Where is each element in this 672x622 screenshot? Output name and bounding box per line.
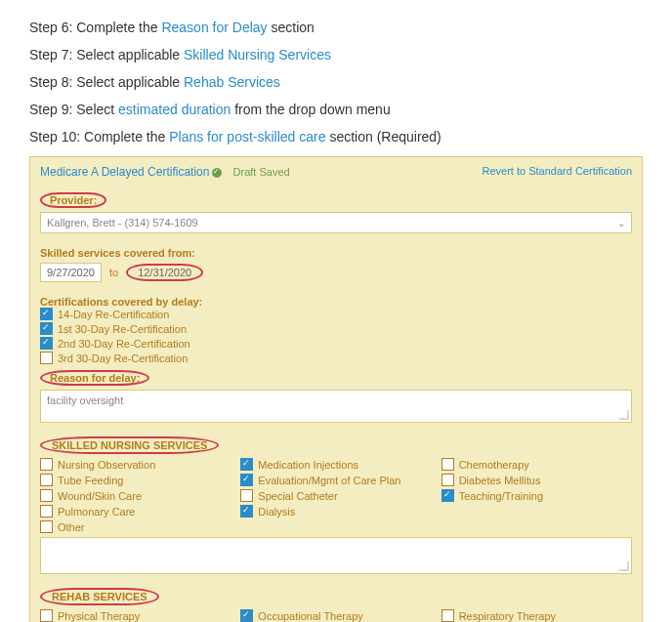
sns-eval-label: Evaluation/Mgmt of Care Plan (258, 475, 400, 486)
sns-diabetes-checkbox[interactable] (441, 474, 454, 486)
rehab-grid: Physical Therapy Occupational Therapy Re… (40, 609, 632, 622)
sns-medication-label: Medication Injections (258, 459, 358, 471)
step-7: Step 7: Select applicable Skilled Nursin… (29, 47, 643, 62)
step-6: Step 6: Complete the Reason for Delay se… (29, 20, 643, 35)
step-6-link: Reason for Delay (161, 20, 267, 35)
sns-teaching-label: Teaching/Training (459, 490, 543, 502)
sns-other-checkbox[interactable] (40, 520, 53, 533)
sns-chemo-label: Chemotherapy (459, 459, 529, 471)
step-7-pre: Step 7: Select applicable (29, 47, 184, 62)
sns-eval-checkbox[interactable] (240, 474, 253, 486)
sns-pulmonary-checkbox[interactable] (40, 505, 53, 518)
cert-1-label: 1st 30-Day Re-Certification (58, 323, 187, 335)
step-10-link: Plans for post-skilled care (169, 129, 325, 145)
sns-catheter-checkbox[interactable] (240, 489, 253, 502)
cert-row-0: 14-Day Re-Certification (40, 308, 632, 320)
cert-1-checkbox[interactable] (40, 322, 53, 335)
cert-2-checkbox[interactable] (40, 337, 53, 350)
form-title: Medicare A Delayed Certification (40, 165, 209, 179)
form-header-row: Medicare A Delayed Certification Draft S… (40, 165, 632, 179)
rehab-ot-label: Occupational Therapy (258, 610, 362, 622)
to-word: to (109, 267, 118, 278)
reason-textarea[interactable]: facility oversight (40, 390, 632, 423)
sns-wound-label: Wound/Skin Care (58, 490, 142, 502)
provider-dropdown[interactable]: Kallgren, Brett - (314) 574-1609 ⌄ (40, 212, 632, 233)
step-8-pre: Step 8: Select applicable (29, 74, 184, 90)
cert-row-2: 2nd 30-Day Re-Certification (40, 337, 632, 350)
provider-label: Provider: (40, 192, 106, 208)
rehab-pt-label: Physical Therapy (58, 610, 140, 622)
step-8: Step 8: Select applicable Rehab Services (29, 74, 643, 90)
sns-pulmonary-label: Pulmonary Care (58, 506, 135, 518)
cert-2-label: 2nd 30-Day Re-Certification (58, 338, 190, 350)
date-from-input[interactable]: 9/27/2020 (40, 263, 102, 282)
sns-nursing-checkbox[interactable] (40, 458, 53, 471)
reason-value: facility oversight (47, 394, 123, 406)
certification-form: Medicare A Delayed Certification Draft S… (29, 156, 643, 622)
step-8-link: Rehab Services (184, 74, 280, 90)
certifications-section: Certifications covered by delay: 14-Day … (40, 296, 632, 364)
resize-grip-icon[interactable] (619, 410, 629, 420)
rehab-resp-label: Respiratory Therapy (459, 610, 556, 622)
sns-tube-label: Tube Feeding (58, 475, 123, 486)
sns-dialysis-checkbox[interactable] (240, 505, 253, 518)
sns-tube-checkbox[interactable] (40, 474, 53, 486)
sns-label: SKILLED NURSING SERVICES (40, 436, 219, 454)
provider-value: Kallgren, Brett - (314) 574-1609 (47, 217, 198, 228)
step-6-pre: Step 6: Complete the (29, 20, 161, 35)
draft-saved-text: Draft Saved (233, 166, 290, 178)
step-7-link: Skilled Nursing Services (184, 47, 331, 62)
reason-section: Reason for delay: facility oversight (40, 370, 632, 423)
rehab-ot-checkbox[interactable] (240, 609, 253, 622)
date-to-highlight: 12/31/2020 (126, 264, 203, 281)
sns-nursing-label: Nursing Observation (58, 459, 155, 471)
sns-other-label: Other (58, 521, 85, 533)
sns-section: SKILLED NURSING SERVICES Nursing Observa… (40, 436, 632, 574)
sns-chemo-checkbox[interactable] (441, 458, 454, 471)
sns-teaching-checkbox[interactable] (441, 489, 454, 502)
step-9-pre: Step 9: Select (29, 102, 118, 117)
sns-dialysis-label: Dialysis (258, 506, 295, 518)
cert-row-1: 1st 30-Day Re-Certification (40, 322, 632, 335)
step-10: Step 10: Complete the Plans for post-ski… (29, 129, 643, 145)
caret-icon: ⌄ (617, 218, 625, 228)
cert-row-3: 3rd 30-Day Re-Certification (40, 352, 632, 364)
step-6-post: section (268, 20, 315, 35)
sns-wound-checkbox[interactable] (40, 489, 53, 502)
step-10-post: section (Required) (326, 129, 441, 145)
revert-link[interactable]: Revert to Standard Certification (483, 165, 632, 177)
sns-textarea[interactable] (40, 537, 632, 574)
resize-grip-icon[interactable] (619, 561, 629, 571)
provider-section: Provider: Kallgren, Brett - (314) 574-16… (40, 192, 632, 233)
rehab-pt-checkbox[interactable] (40, 609, 53, 622)
sns-diabetes-label: Diabetes Mellitus (459, 475, 541, 486)
sns-catheter-label: Special Catheter (258, 490, 337, 502)
check-icon (212, 168, 222, 178)
draft-saved-badge: Draft Saved (212, 166, 289, 178)
rehab-label: REHAB SERVICES (40, 588, 159, 605)
reason-label: Reason for delay: (40, 370, 149, 386)
rehab-resp-checkbox[interactable] (441, 609, 454, 622)
date-to-input[interactable]: 12/31/2020 (138, 267, 191, 278)
step-9-post: from the drop down menu (231, 102, 390, 117)
rehab-section: REHAB SERVICES Physical Therapy Occupati… (40, 588, 632, 622)
date-row: 9/27/2020 to 12/31/2020 (40, 263, 632, 282)
cert-3-label: 3rd 30-Day Re-Certification (58, 352, 188, 364)
step-9: Step 9: Select estimated duration from t… (29, 102, 643, 117)
step-10-pre: Step 10: Complete the (29, 129, 169, 145)
sns-medication-checkbox[interactable] (240, 458, 253, 471)
step-9-link: estimated duration (118, 102, 231, 117)
cert-0-label: 14-Day Re-Certification (58, 309, 169, 320)
sns-grid: Nursing Observation Medication Injection… (40, 458, 632, 533)
covered-from-section: Skilled services covered from: 9/27/2020… (40, 247, 632, 282)
cert-3-checkbox[interactable] (40, 352, 53, 364)
cert-0-checkbox[interactable] (40, 308, 53, 320)
covered-from-label: Skilled services covered from: (40, 247, 195, 259)
certifications-header: Certifications covered by delay: (40, 296, 632, 308)
